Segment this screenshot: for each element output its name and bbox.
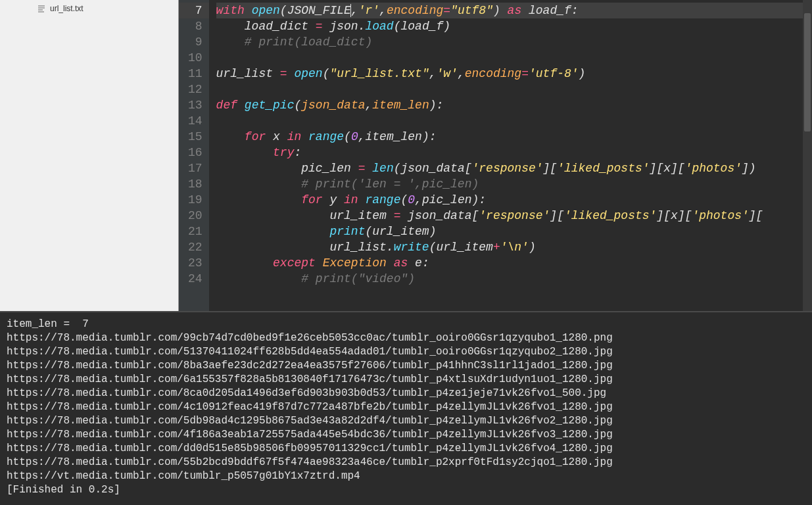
- code-line[interactable]: [216, 113, 812, 129]
- code-line[interactable]: print(url_item): [216, 224, 812, 239]
- line-number: 21: [188, 224, 203, 239]
- line-number: 8: [188, 18, 203, 34]
- line-number: 24: [188, 271, 203, 287]
- code-line[interactable]: url_item = json_data['response']['liked_…: [216, 208, 812, 224]
- line-number: 18: [188, 176, 203, 192]
- line-number: 15: [188, 129, 203, 145]
- file-sidebar[interactable]: url_list.txt: [0, 0, 179, 311]
- line-number: 7: [179, 3, 209, 18]
- code-line[interactable]: try:: [216, 145, 812, 160]
- code-line[interactable]: with open(JSON_FILE,'r',encoding="utf8")…: [216, 3, 812, 18]
- output-line: https://78.media.tumblr.com/5db98ad4c129…: [7, 414, 805, 428]
- code-line[interactable]: # print('len = ',pic_len): [216, 176, 812, 192]
- editor-scrollbar[interactable]: [803, 0, 812, 311]
- output-line: https://78.media.tumblr.com/4c10912feac4…: [7, 400, 805, 414]
- line-number: 10: [188, 50, 203, 66]
- line-number: 9: [188, 34, 203, 50]
- file-item-url-list[interactable]: url_list.txt: [0, 3, 178, 14]
- line-number: 11: [188, 66, 203, 82]
- output-line: [Finished in 0.2s]: [7, 483, 805, 497]
- line-number: 12: [188, 82, 203, 97]
- line-number: 23: [188, 255, 203, 271]
- code-line[interactable]: url_list = open("url_list.txt",'w',encod…: [216, 66, 812, 82]
- output-line: https://78.media.tumblr.com/4f186a3eab1a…: [7, 428, 805, 442]
- line-number: 20: [188, 208, 203, 224]
- scrollbar-thumb[interactable]: [804, 13, 811, 132]
- output-line: item_len = 7: [7, 318, 805, 331]
- line-gutter: 789101112131415161718192021222324: [179, 0, 210, 311]
- code-line[interactable]: # print("video"): [216, 271, 812, 287]
- code-line[interactable]: for y in range(0,pic_len):: [216, 192, 812, 208]
- output-line: https://78.media.tumblr.com/6a155357f828…: [7, 373, 805, 387]
- line-number: 14: [188, 113, 203, 129]
- output-line: https://78.media.tumblr.com/8ca0d205da14…: [7, 387, 805, 400]
- line-number: 19: [188, 192, 203, 208]
- code-line[interactable]: load_dict = json.load(load_f): [216, 18, 812, 34]
- text-lines-icon: [37, 4, 46, 13]
- code-editor[interactable]: 789101112131415161718192021222324 with o…: [179, 0, 812, 311]
- output-line: https://vt.media.tumblr.com/tumblr_p5057…: [7, 469, 805, 483]
- output-line: https://78.media.tumblr.com/8ba3aefe23dc…: [7, 359, 805, 373]
- code-line[interactable]: # print(load_dict): [216, 34, 812, 50]
- file-item-label: url_list.txt: [50, 4, 84, 13]
- code-line[interactable]: [216, 82, 812, 97]
- line-number: 22: [188, 239, 203, 255]
- code-line[interactable]: def get_pic(json_data,item_len):: [216, 97, 812, 113]
- line-number: 17: [188, 160, 203, 176]
- top-pane: url_list.txt 789101112131415161718192021…: [0, 0, 812, 312]
- code-line[interactable]: for x in range(0,item_len):: [216, 129, 812, 145]
- output-line: https://78.media.tumblr.com/55b2bcd9bddf…: [7, 456, 805, 469]
- line-number: 16: [188, 145, 203, 160]
- output-line: https://78.media.tumblr.com/dd0d515e85b9…: [7, 442, 805, 456]
- line-number: 13: [188, 97, 203, 113]
- code-line[interactable]: [216, 50, 812, 66]
- output-line: https://78.media.tumblr.com/99cb74d7cd0b…: [7, 331, 805, 345]
- code-line[interactable]: url_list.write(url_item+'\n'): [216, 239, 812, 255]
- code-line[interactable]: except Exception as e:: [216, 255, 812, 271]
- code-line[interactable]: pic_len = len(json_data['response']['lik…: [216, 160, 812, 176]
- code-area[interactable]: with open(JSON_FILE,'r',encoding="utf8")…: [210, 0, 812, 311]
- output-panel[interactable]: item_len = 7https://78.media.tumblr.com/…: [0, 312, 812, 505]
- output-line: https://78.media.tumblr.com/51370411024f…: [7, 345, 805, 359]
